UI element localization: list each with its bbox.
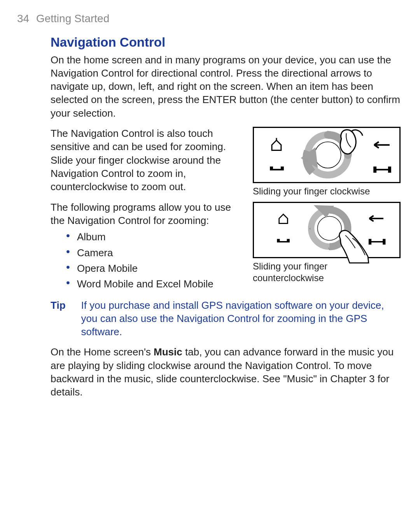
page-header: 34 Getting Started	[16, 12, 404, 26]
svg-point-3	[315, 142, 341, 168]
svg-rect-5	[383, 239, 385, 245]
left-tick-icon: ‹	[310, 226, 311, 231]
figure-caption: Sliding your finger counterclockwise	[253, 261, 401, 284]
programs-list: Album Camera Opera Mobile Word Mobile an…	[51, 230, 242, 290]
music-bold: Music	[154, 346, 182, 358]
list-item: Opera Mobile	[66, 262, 242, 275]
tip-label: Tip	[51, 299, 66, 339]
back-arrow-icon	[374, 142, 390, 148]
tip-text: If you purchase and install GPS navigati…	[81, 299, 401, 339]
list-item: Camera	[66, 246, 242, 259]
svg-point-7	[317, 217, 341, 241]
music-paragraph: On the Home screen's Music tab, you can …	[51, 345, 401, 399]
call-icon	[277, 239, 290, 243]
nav-control-illustration: ‹ › v	[253, 202, 401, 258]
music-prefix: On the Home screen's	[51, 346, 154, 358]
intro-paragraph: On the home screen and in many programs …	[51, 53, 401, 120]
figure-clockwise: ^ ‹ Sliding your finger	[253, 127, 401, 197]
chapter-title: Getting Started	[36, 12, 109, 24]
svg-rect-0	[373, 166, 376, 173]
tip-block: Tip If you purchase and install GPS navi…	[51, 299, 401, 339]
finger-icon	[340, 231, 369, 263]
page-number: 34	[17, 12, 29, 26]
figure-counterclockwise: ‹ › v Slidin	[253, 202, 401, 284]
end-call-icon	[373, 166, 391, 173]
touch-paragraph: The Navigation Control is also touch sen…	[51, 127, 242, 194]
svg-rect-1	[388, 166, 391, 173]
home-icon	[272, 138, 281, 150]
counterclockwise-svg: ‹ › v	[254, 203, 399, 259]
figure-caption: Sliding your finger clockwise	[253, 185, 401, 197]
svg-rect-4	[369, 239, 371, 245]
clockwise-svg: ^ ‹	[254, 128, 399, 182]
back-arrow-icon	[369, 216, 383, 222]
list-item: Album	[66, 230, 242, 243]
end-call-icon	[369, 239, 386, 245]
call-icon	[270, 166, 284, 170]
list-item: Word Mobile and Excel Mobile	[66, 277, 242, 290]
nav-control-illustration: ^ ‹	[253, 127, 401, 183]
section-title: Navigation Control	[51, 34, 401, 51]
home-icon	[279, 214, 288, 224]
programs-intro: The following programs allow you to use …	[51, 201, 242, 227]
finger-icon	[340, 130, 362, 154]
